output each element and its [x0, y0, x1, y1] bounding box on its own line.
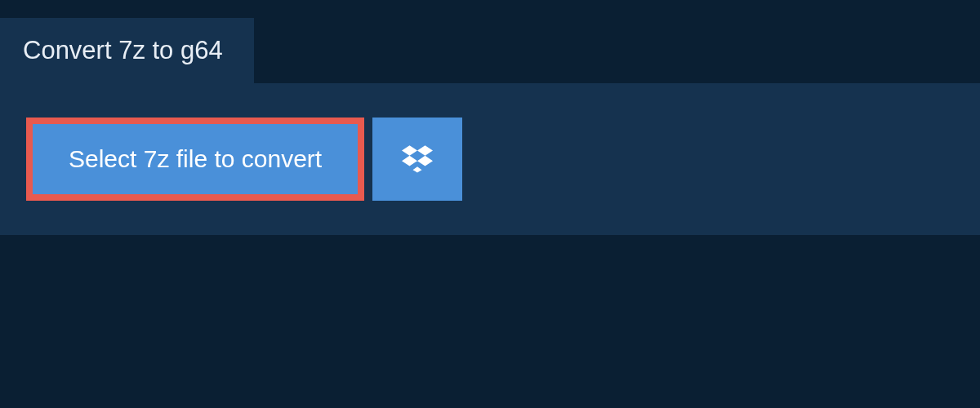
- page-title-text: Convert 7z to g64: [23, 36, 223, 64]
- dropbox-icon: [402, 143, 433, 176]
- page-title-tab: Convert 7z to g64: [0, 18, 254, 83]
- empty-area: [0, 235, 980, 398]
- select-file-label: Select 7z file to convert: [69, 147, 322, 171]
- button-row: Select 7z file to convert: [26, 118, 954, 201]
- dropbox-button[interactable]: [372, 118, 462, 201]
- conversion-panel: Select 7z file to convert: [0, 83, 980, 235]
- select-file-button[interactable]: Select 7z file to convert: [26, 118, 364, 201]
